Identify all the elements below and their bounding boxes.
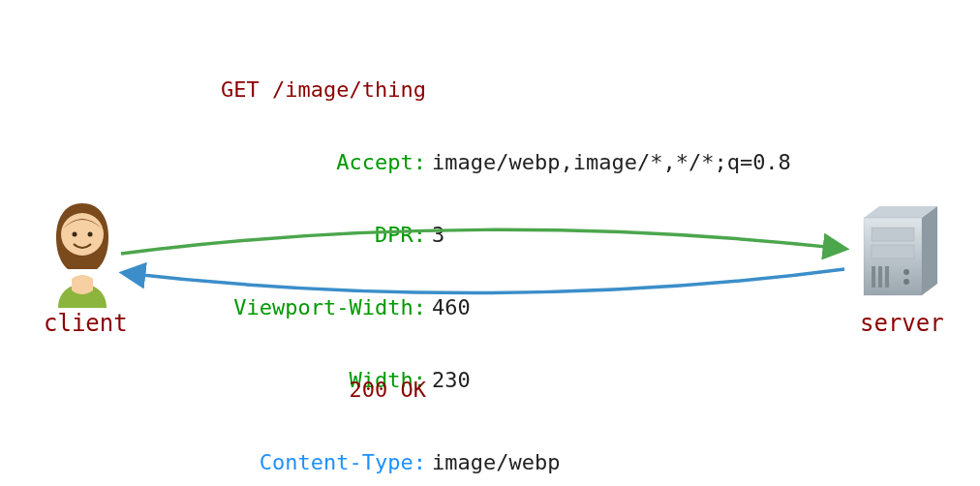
svg-point-12 bbox=[903, 279, 909, 285]
server-icon bbox=[852, 198, 949, 305]
svg-point-2 bbox=[88, 232, 93, 237]
client-label: client bbox=[44, 310, 128, 337]
response-arrow bbox=[124, 269, 844, 293]
request-header-name-accept: Accept: bbox=[145, 150, 432, 174]
response-block: 200 OK Content-Type: image/webp Content-… bbox=[145, 329, 823, 486]
svg-point-1 bbox=[73, 232, 77, 237]
svg-rect-8 bbox=[872, 266, 875, 288]
svg-rect-9 bbox=[878, 266, 882, 288]
svg-marker-4 bbox=[922, 206, 937, 295]
response-header-name-content-type: Content-Type: bbox=[145, 450, 432, 474]
svg-rect-7 bbox=[872, 245, 914, 258]
response-line: 200 OK bbox=[145, 378, 432, 402]
request-line: GET /image/thing bbox=[145, 77, 432, 102]
arrows bbox=[116, 225, 852, 294]
request-arrow bbox=[121, 229, 844, 254]
svg-point-11 bbox=[903, 269, 909, 275]
svg-rect-6 bbox=[872, 228, 914, 241]
server-label: server bbox=[860, 310, 944, 337]
response-header-value-content-type: image/webp bbox=[432, 450, 560, 474]
client-icon bbox=[39, 194, 126, 310]
request-header-value-accept: image/webp,image/*,*/*;q=0.8 bbox=[432, 150, 791, 174]
svg-rect-10 bbox=[885, 266, 889, 288]
